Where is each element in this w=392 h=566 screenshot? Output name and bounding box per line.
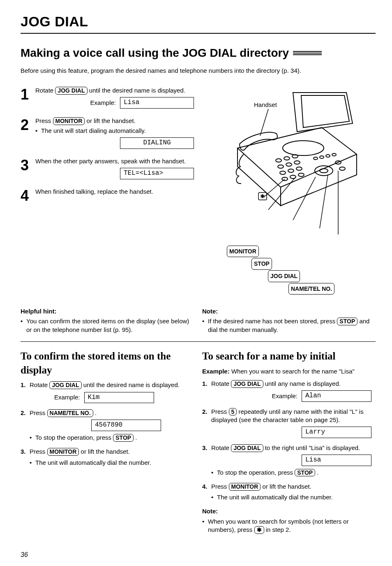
stop-button: STOP bbox=[337, 318, 357, 325]
hint-title: Helpful hint: bbox=[21, 307, 194, 315]
svg-point-8 bbox=[288, 169, 294, 172]
svg-point-2 bbox=[284, 157, 290, 160]
lcd-display: Larry bbox=[302, 427, 371, 438]
svg-point-15 bbox=[314, 157, 318, 160]
text-before: Press bbox=[30, 448, 47, 455]
lcd-display: Lisa bbox=[120, 97, 194, 109]
step-number: 2 bbox=[21, 117, 35, 149]
lcd-display: 4567890 bbox=[91, 420, 161, 431]
key-5-button: 5 bbox=[229, 408, 237, 416]
monitor-label-icon: MONITOR bbox=[227, 246, 259, 257]
svg-line-21 bbox=[260, 109, 268, 136]
lcd-display: TEL=<Lisa> bbox=[120, 168, 194, 179]
svg-point-0 bbox=[283, 141, 324, 155]
name-tel-button: NAME/TEL NO. bbox=[47, 409, 93, 417]
step-number: 3 bbox=[21, 157, 35, 179]
text-after: until the desired name is displayed. bbox=[83, 381, 180, 388]
search-section-title: To search for a name by initial bbox=[202, 349, 376, 363]
note-after: in step 2. bbox=[266, 526, 291, 533]
note-block: Note: If the desired name has not been s… bbox=[202, 307, 376, 334]
step-2: 2 Press MONITOR or lift the handset. The… bbox=[21, 117, 194, 149]
page-title: Making a voice call using the JOG DIAL d… bbox=[21, 45, 376, 61]
name-tel-label-icon: NAME/TEL NO. bbox=[288, 283, 334, 295]
step-3: 3 When the other party answers, speak wi… bbox=[21, 157, 194, 179]
lcd-display: Lisa bbox=[302, 455, 371, 466]
svg-point-16 bbox=[320, 156, 324, 158]
text-before: Rotate bbox=[211, 380, 231, 387]
text-before: Press bbox=[211, 408, 229, 415]
lcd-display: DIALING bbox=[120, 137, 194, 149]
bullet-before: To stop the operation, press bbox=[217, 469, 295, 476]
chapter-title: JOG DIAL bbox=[21, 12, 376, 34]
stop-button: STOP bbox=[295, 469, 315, 477]
svg-point-13 bbox=[315, 166, 333, 176]
svg-point-14 bbox=[320, 169, 328, 173]
bullet-after: . bbox=[317, 469, 318, 476]
svg-text:✱: ✱ bbox=[260, 193, 265, 199]
svg-line-25 bbox=[320, 175, 328, 228]
svg-point-18 bbox=[332, 153, 336, 156]
hint-text: You can confirm the stored items on the … bbox=[21, 317, 194, 334]
fax-machine-illustration: Handset ✱ MONITOR STOP JOG DIAL NAME/TEL… bbox=[202, 86, 376, 295]
title-underline-icon bbox=[293, 51, 322, 55]
step-2-text-after: or lift the handset. bbox=[87, 117, 136, 124]
svg-line-24 bbox=[293, 177, 316, 220]
text-before: Rotate bbox=[30, 381, 49, 388]
stop-label-icon: STOP bbox=[251, 258, 272, 270]
example-label: Example: bbox=[272, 392, 297, 400]
confirm-step-3: Press MONITOR or lift the handset. The u… bbox=[21, 448, 194, 467]
text-before: Press bbox=[211, 483, 229, 490]
bullet-after: . bbox=[135, 434, 137, 441]
bullet-before: To stop the operation, press bbox=[35, 434, 113, 441]
text-after: to the right until "Lisa" is displayed. bbox=[265, 444, 360, 451]
step-4-text: When finished talking, replace the hands… bbox=[35, 188, 194, 196]
svg-point-12 bbox=[298, 173, 304, 176]
jog-dial-button: JOG DIAL bbox=[49, 381, 81, 389]
svg-point-4 bbox=[278, 165, 284, 168]
search-step-3: Rotate JOG DIAL to the right until "Lisa… bbox=[202, 444, 376, 477]
text-after: or lift the handset. bbox=[263, 483, 311, 490]
monitor-button: MONITOR bbox=[53, 117, 85, 125]
svg-point-9 bbox=[296, 167, 302, 170]
jog-dial-label-icon: JOG DIAL bbox=[268, 270, 300, 282]
step-2-bullet: The unit will start dialing automaticall… bbox=[35, 127, 194, 135]
search-step-4: Press MONITOR or lift the handset. The u… bbox=[202, 482, 376, 502]
example-label: Example: bbox=[54, 393, 80, 401]
jog-dial-button: JOG DIAL bbox=[231, 444, 263, 452]
text-before: Rotate bbox=[211, 444, 231, 451]
page-number: 36 bbox=[21, 550, 376, 559]
stop-button: STOP bbox=[113, 434, 134, 442]
step-2-text-before: Press bbox=[35, 117, 53, 124]
step-1-text-after: until the desired name is displayed. bbox=[89, 87, 185, 94]
text-after: until any name is displayed. bbox=[265, 380, 341, 387]
step-4: 4 When finished talking, replace the han… bbox=[21, 188, 194, 203]
jog-dial-button: JOG DIAL bbox=[55, 87, 87, 95]
divider bbox=[21, 341, 376, 342]
monitor-button: MONITOR bbox=[47, 448, 79, 456]
example-label: Example: bbox=[90, 99, 116, 107]
step-number: 1 bbox=[21, 86, 35, 109]
svg-point-1 bbox=[276, 159, 281, 162]
text-after: or lift the handset. bbox=[81, 448, 130, 455]
svg-point-5 bbox=[286, 163, 292, 166]
example-label: Example: bbox=[202, 368, 230, 375]
page-title-text: Making a voice call using the JOG DIAL d… bbox=[21, 45, 289, 61]
bullet-text: The unit will automatically dial the num… bbox=[30, 459, 194, 467]
confirm-section-title: To confirm the stored items on the displ… bbox=[21, 349, 194, 377]
svg-point-20 bbox=[339, 167, 345, 170]
helpful-hint: Helpful hint: You can confirm the stored… bbox=[21, 307, 194, 334]
note-text-before: If the desired name has not been stored,… bbox=[208, 318, 337, 325]
confirm-step-1: Rotate JOG DIAL until the desired name i… bbox=[21, 381, 194, 403]
svg-point-17 bbox=[326, 155, 330, 157]
note-title: Note: bbox=[202, 307, 376, 315]
step-1: 1 Rotate JOG DIAL until the desired name… bbox=[21, 86, 194, 109]
step-3-text: When the other party answers, speak with… bbox=[35, 157, 194, 165]
text-before: Press bbox=[30, 409, 47, 416]
svg-point-7 bbox=[280, 171, 286, 174]
search-step-2: Press 5 repeatedly until any name with t… bbox=[202, 408, 376, 438]
intro-text: Before using this feature, program the d… bbox=[21, 67, 376, 75]
jog-dial-button: JOG DIAL bbox=[231, 380, 263, 388]
lcd-display: Alan bbox=[302, 390, 371, 402]
svg-point-6 bbox=[294, 161, 300, 164]
handset-label: Handset bbox=[254, 101, 277, 108]
